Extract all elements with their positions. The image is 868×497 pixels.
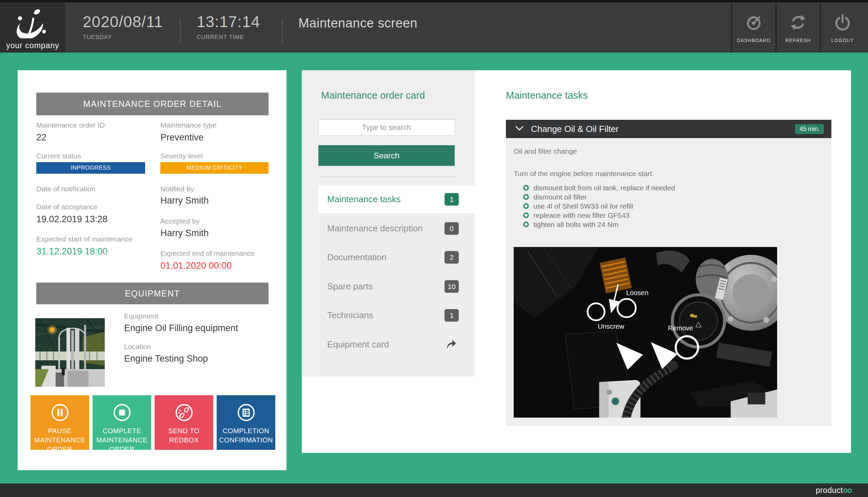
redbox-button-label: SEND TO REDBOX xyxy=(157,426,211,445)
forward-arrow-icon xyxy=(445,339,457,351)
company-logo-block[interactable]: your company xyxy=(0,2,65,53)
maintenance-type-label: Maintenance type xyxy=(160,121,217,129)
maintenance-screen-page: your company 2020/08/11 TUESDAY 13:17:14… xyxy=(0,0,868,497)
app-header: your company 2020/08/11 TUESDAY 13:17:14… xyxy=(0,2,868,53)
count-badge: 10 xyxy=(444,280,459,293)
checklist-item: dismount oil filter xyxy=(523,193,675,201)
order-actions: PAUSE MAINTENANCE ORDER COMPLETE MAINTEN… xyxy=(30,395,275,450)
maintenance-order-card-panel: Maintenance order card Search Maintenanc… xyxy=(302,70,475,377)
task-instruction: Turn of the engine before maintenance st… xyxy=(514,170,654,178)
equipment-photo xyxy=(35,318,105,387)
header-date-block: 2020/08/11 TUESDAY xyxy=(83,13,163,41)
header-time-block: 13:17:14 CURRENT TIME xyxy=(197,13,260,41)
equipment-name: Engine Oil Filling equipment xyxy=(124,323,238,333)
date-of-acceptance-label: Date of acceptance xyxy=(36,203,98,211)
task-summary: Oil and filter change xyxy=(514,147,577,155)
search-button[interactable]: Search xyxy=(318,145,455,166)
expected-start-value: 31.12.2019 18:00 xyxy=(36,246,107,257)
menu-item-maintenance-tasks[interactable]: Maintenance tasks 1 xyxy=(318,186,475,213)
refresh-button[interactable]: REFRESH xyxy=(777,2,820,53)
date-of-notification-label: Date of notification xyxy=(36,185,95,193)
current-time-label: CURRENT TIME xyxy=(197,34,260,41)
company-logo-icon xyxy=(16,7,49,38)
equipment-section-header: EQUIPMENT xyxy=(36,283,268,304)
accepted-by-label: Accepted by xyxy=(160,217,200,225)
menu-item-spare-parts[interactable]: Spare parts 10 xyxy=(318,273,475,300)
logout-label: LOGOUT xyxy=(832,38,854,43)
complete-button-label: COMPLETE MAINTENANCE ORDER xyxy=(95,426,149,454)
annotation-remove: Remove xyxy=(668,324,693,332)
maintenance-tasks-title: Maintenance tasks xyxy=(506,90,588,101)
checklist-item: tighten all bolts with 24 Nm xyxy=(523,220,675,229)
current-time: 13:17:14 xyxy=(197,13,260,31)
notified-by-label: Notified by xyxy=(160,185,194,193)
equipment-label: Equipment xyxy=(124,312,158,320)
order-detail-section-header: MAINTENANCE ORDER DETAIL xyxy=(36,93,268,115)
task-name: Change Oil & Oil Filter xyxy=(531,124,619,134)
top-strip xyxy=(0,0,868,2)
maintenance-tasks-panel: Change Oil & Oil Filter 45 min. Oil and … xyxy=(506,120,832,426)
content-card: Maintenance order card Search Maintenanc… xyxy=(302,70,851,453)
pause-maintenance-order-button[interactable]: PAUSE MAINTENANCE ORDER xyxy=(30,395,89,450)
task-duration-badge: 45 min. xyxy=(795,124,824,134)
refresh-label: REFRESH xyxy=(785,38,811,43)
task-body: Oil and filter change Turn of the engine… xyxy=(506,138,832,426)
date-of-acceptance-value: 19.02.2019 13:28 xyxy=(36,214,107,225)
count-badge: 1 xyxy=(444,309,459,322)
current-day: TUESDAY xyxy=(83,34,163,41)
stop-icon xyxy=(112,403,132,424)
order-card-title: Maintenance order card xyxy=(321,90,425,101)
accepted-by-value: Harry Smith xyxy=(160,228,209,239)
order-id-label: Maintenance order ID xyxy=(36,121,105,129)
checklist-item: use 4l of Shell 5W33 oil for refill xyxy=(523,201,675,211)
current-date: 2020/08/11 xyxy=(83,13,163,31)
expected-end-label: Expected end of maintenance xyxy=(160,249,255,257)
order-id-value: 22 xyxy=(36,132,46,143)
send-to-redbox-button[interactable]: SEND TO REDBOX xyxy=(155,395,213,450)
header-divider xyxy=(180,19,181,44)
app-footer: productoo xyxy=(0,483,868,497)
checklist-item: dismount bolt from oil tank, replace if … xyxy=(523,183,675,193)
menu-item-equipment-card[interactable]: Equipment card xyxy=(318,331,475,358)
panel-spacer xyxy=(318,358,475,377)
header-divider xyxy=(282,19,283,44)
current-status-label: Current status xyxy=(36,152,81,160)
ring-bullet-icon xyxy=(523,203,529,209)
logout-button[interactable]: LOGOUT xyxy=(821,2,864,53)
ring-bullet-icon xyxy=(523,212,529,218)
annotation-unscrew: Unscrew xyxy=(598,323,624,330)
notified-by-value: Harry Smith xyxy=(160,195,209,206)
completion-confirmation-button[interactable]: COMPLETION CONFIRMATION xyxy=(217,395,275,450)
gauge-icon xyxy=(745,12,763,33)
ring-bullet-icon xyxy=(523,222,529,227)
header-nav: DASHBOARD REFRESH xyxy=(731,2,864,53)
power-icon xyxy=(834,12,851,33)
expected-end-value: 01.01.2020 00:00 xyxy=(160,260,232,271)
expected-start-label: Expected start of maintenance xyxy=(36,235,133,243)
ring-bullet-icon xyxy=(523,185,529,191)
menu-item-maintenance-description[interactable]: Maintenance description 0 xyxy=(318,215,475,242)
count-badge: 2 xyxy=(444,251,459,264)
menu-item-technicians[interactable]: Technicians 1 xyxy=(318,302,475,329)
refresh-icon xyxy=(789,12,807,33)
brand-text: your company xyxy=(0,41,65,50)
productoo-logo: productoo xyxy=(816,486,852,495)
chevron-down-icon xyxy=(515,126,524,132)
divider xyxy=(318,176,455,177)
pause-icon xyxy=(50,403,70,424)
status-badge: INPROGRESS xyxy=(36,162,145,174)
dashboard-button[interactable]: DASHBOARD xyxy=(732,2,775,53)
broken-link-icon xyxy=(174,403,194,424)
menu-item-documentation[interactable]: Documentation 2 xyxy=(318,244,475,271)
dashboard-label: DASHBOARD xyxy=(737,38,770,43)
annotation-loosen: Loosen xyxy=(626,289,649,297)
search-input[interactable] xyxy=(318,119,455,136)
checklist-item: repleace with new filter GF543 xyxy=(523,211,675,220)
completion-button-label: COMPLETION CONFIRMATION xyxy=(219,426,273,445)
task-checklist: dismount bolt from oil tank, replace if … xyxy=(523,183,675,229)
count-badge: 1 xyxy=(444,193,459,205)
complete-maintenance-order-button[interactable]: COMPLETE MAINTENANCE ORDER xyxy=(92,395,151,450)
count-badge: 0 xyxy=(444,222,459,235)
task-accordion-header[interactable]: Change Oil & Oil Filter 45 min. xyxy=(506,120,832,138)
page-title: Maintenance screen xyxy=(298,16,417,30)
